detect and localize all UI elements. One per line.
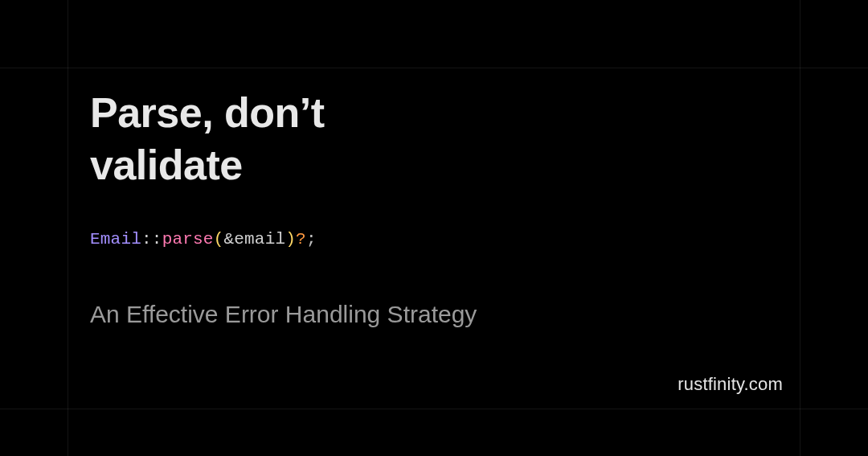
code-question-mark: ? bbox=[296, 230, 306, 249]
code-argument: &email bbox=[223, 230, 285, 249]
content-area: Parse, don’t validate Email::parse(&emai… bbox=[90, 87, 800, 331]
grid-line-horizontal-bottom bbox=[0, 409, 868, 409]
subtitle: An Effective Error Handling Strategy bbox=[90, 298, 508, 331]
grid-line-vertical-left bbox=[68, 0, 68, 456]
code-open-paren: ( bbox=[214, 230, 224, 249]
code-type: Email bbox=[90, 230, 141, 249]
code-separator: :: bbox=[141, 230, 162, 249]
title: Parse, don’t validate bbox=[90, 87, 476, 191]
grid-line-horizontal-top bbox=[0, 68, 868, 68]
site-name: rustfinity.com bbox=[678, 374, 783, 395]
code-snippet: Email::parse(&email)?; bbox=[90, 230, 800, 249]
code-close-paren: ) bbox=[285, 230, 296, 249]
code-function: parse bbox=[162, 230, 214, 249]
code-semicolon: ; bbox=[306, 230, 317, 249]
